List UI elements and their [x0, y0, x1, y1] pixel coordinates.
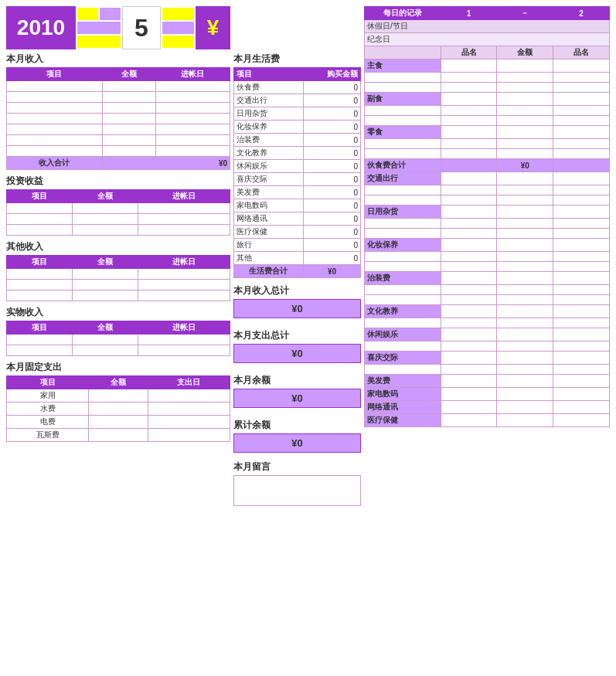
daily-name-1 — [441, 149, 497, 159]
category-empty-cell — [365, 195, 441, 206]
daily-name-2 — [553, 126, 610, 139]
life-item-name: 网络通讯 — [234, 212, 304, 226]
income-total-value: ¥0 — [102, 157, 230, 170]
invest-col-date: 进帐日 — [138, 190, 230, 203]
daily-name-1 — [441, 285, 497, 295]
life-item-name: 化妆保养 — [234, 121, 304, 134]
col-header-1: 金额 — [497, 46, 553, 59]
daily-name-1 — [441, 172, 497, 185]
daily-amount — [497, 149, 553, 159]
daily-name-2 — [553, 305, 610, 318]
invest-col-amount: 全额 — [73, 190, 138, 203]
note-box[interactable] — [233, 475, 361, 506]
income-total-section: 本月收入总计 ¥0 — [233, 284, 361, 323]
daily-data-row: 网络通讯 — [365, 401, 610, 414]
life-item-amount: 0 — [303, 147, 360, 160]
category-label-cell: 家电数码 — [365, 388, 441, 401]
daily-name-1 — [441, 239, 497, 252]
daily-data-row: 零食 — [365, 126, 610, 139]
fixed-item-3: 瓦斯费 — [7, 429, 89, 442]
income-title: 本月收入 — [6, 53, 230, 66]
category-empty-cell — [365, 252, 441, 262]
daily-name-1 — [441, 388, 497, 401]
daily-name-2 — [553, 172, 610, 185]
category-empty-cell — [365, 262, 441, 272]
daily-amount — [497, 375, 553, 388]
month-display: 5 — [122, 6, 161, 49]
daily-name-2 — [553, 239, 610, 252]
table-row — [7, 124, 230, 135]
category-label-cell: 网络通讯 — [365, 401, 441, 414]
daily-data-row: 美发费 — [365, 375, 610, 388]
daily-name-2 — [553, 59, 610, 73]
table-row — [7, 345, 230, 356]
table-row — [7, 135, 230, 146]
daily-data-row — [365, 262, 610, 272]
daily-name-2 — [553, 272, 610, 285]
fixed-col-amount: 全额 — [89, 376, 148, 389]
life-item-name: 伙食费 — [234, 81, 304, 94]
daily-data-row — [365, 295, 610, 305]
fixed-item-0: 家用 — [7, 389, 89, 403]
category-label-cell: 休闲娱乐 — [365, 328, 441, 341]
col-header-0: 品名 — [441, 46, 497, 59]
daily-amount — [497, 229, 553, 239]
category-empty-cell — [365, 341, 441, 352]
daily-data-row — [365, 341, 610, 352]
daily-amount — [497, 206, 553, 219]
daily-name-1 — [441, 375, 497, 388]
category-label-cell: 副食 — [365, 93, 441, 106]
category-label-cell: 美发费 — [365, 375, 441, 388]
category-empty-cell — [365, 219, 441, 229]
category-empty-cell — [365, 83, 441, 93]
daily-amount — [497, 219, 553, 229]
real-income-title: 实物收入 — [6, 306, 230, 319]
daily-name-1 — [441, 59, 497, 73]
daily-name-1 — [441, 414, 497, 427]
daily-amount — [497, 93, 553, 106]
daily-data-row: 化妆保养 — [365, 239, 610, 252]
table-row — [7, 146, 230, 157]
category-empty-cell — [365, 106, 441, 116]
daily-name-1 — [441, 401, 497, 414]
life-expense-table: 项目 购买金额 伙食费0交通出行0日用杂货0化妆保养0治装费0文化教养0休闲娱乐… — [233, 67, 361, 278]
life-item-amount: 0 — [303, 252, 360, 265]
daily-name-2 — [553, 295, 610, 305]
daily-data-row — [365, 285, 610, 295]
daily-name-1 — [441, 365, 497, 375]
category-label-cell: 交通出行 — [365, 172, 441, 185]
daily-name-2 — [553, 262, 610, 272]
expense-total-value: ¥0 — [233, 344, 361, 363]
life-col-amount: 购买金额 — [303, 68, 360, 81]
daily-data-row — [365, 185, 610, 195]
daily-name-2 — [553, 375, 610, 388]
life-item-amount: 0 — [303, 199, 360, 212]
col-header-row: 品名金额品名 — [365, 46, 610, 59]
life-total-value: ¥0 — [303, 265, 360, 278]
table-row — [7, 280, 230, 290]
cumulative-balance-value: ¥0 — [233, 433, 361, 453]
life-row: 伙食费0 — [234, 81, 361, 94]
daily-name-2 — [553, 195, 610, 206]
daily-data-row: 主食 — [365, 59, 610, 73]
table-row — [7, 81, 230, 92]
fixed-item-1: 水费 — [7, 403, 89, 416]
daily-data-row — [365, 73, 610, 83]
daily-name-1 — [441, 252, 497, 262]
daily-name-1 — [441, 295, 497, 305]
daily-data-row: 文化教养 — [365, 305, 610, 318]
daily-name-2 — [553, 328, 610, 341]
income-col-amount: 全额 — [102, 68, 155, 81]
daily-name-1 — [441, 73, 497, 83]
monthly-balance-title: 本月余额 — [233, 374, 361, 387]
daily-amount — [497, 195, 553, 206]
daily-name-2 — [553, 206, 610, 219]
daily-name-1 — [441, 116, 497, 126]
life-item-name: 交通出行 — [234, 94, 304, 107]
daily-data-row: 交通出行 — [365, 172, 610, 185]
life-item-amount: 0 — [303, 212, 360, 226]
deco-purple-1 — [100, 8, 121, 20]
fixed-col-item: 项目 — [7, 376, 89, 389]
table-row: 家用 — [7, 389, 230, 403]
life-item-amount: 0 — [303, 226, 360, 239]
